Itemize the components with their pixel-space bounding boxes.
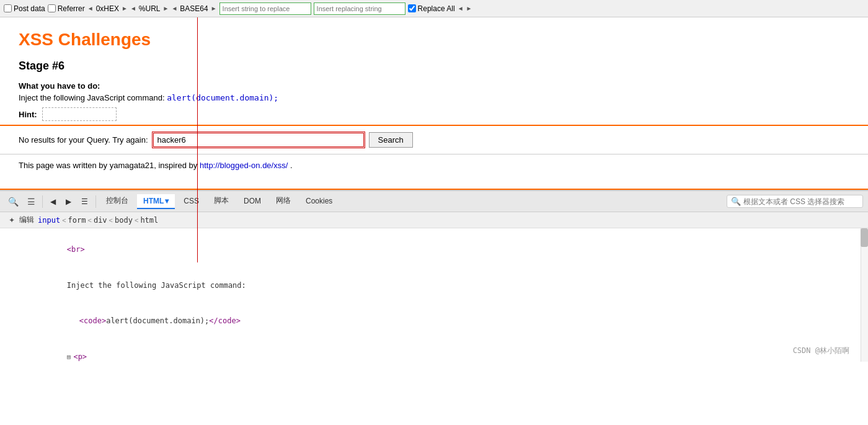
source-line-p: ⊞<p>: [6, 339, 862, 362]
arrow-right-url: ►: [162, 5, 169, 12]
attribution-period: .: [290, 161, 293, 170]
sep-4: <: [135, 217, 138, 224]
devtools-search-input[interactable]: [743, 197, 855, 206]
csdn-watermark: CSDN @林小陌啊: [793, 345, 849, 357]
source-line-br: <br>: [6, 232, 862, 268]
breadcrumb-form[interactable]: form: [68, 216, 86, 225]
referrer-checkbox[interactable]: [48, 4, 56, 12]
tab-css[interactable]: CSS: [177, 194, 205, 209]
pick-icon-btn[interactable]: ☰: [24, 195, 38, 208]
attribution: This page was written by yamagata21, ins…: [19, 154, 849, 176]
tab-dom[interactable]: DOM: [237, 194, 267, 209]
breadcrumb-edit-label: 编辑: [19, 215, 34, 225]
arrow-replace: ◄: [458, 5, 464, 12]
url-label: %URL: [139, 4, 161, 13]
tab-network[interactable]: 网络: [270, 193, 297, 210]
referrer-item[interactable]: Referrer: [48, 4, 85, 13]
hint-label: Hint:: [19, 110, 37, 119]
expand-p-btn[interactable]: ⊞: [67, 353, 71, 361]
breadcrumb-div[interactable]: div: [94, 216, 107, 225]
attribution-text: This page was written by yamagata21, ins…: [19, 161, 200, 170]
inspect-icon-btn[interactable]: 🔍: [5, 195, 22, 208]
search-input-wrapper: [153, 133, 364, 147]
breadcrumb-body[interactable]: body: [115, 216, 133, 225]
source-line-inject-text: Inject the following JavaScript command:: [6, 268, 862, 304]
post-data-item[interactable]: Post data: [4, 4, 45, 13]
sep-1: <: [62, 217, 66, 224]
hint-line: Hint:: [19, 107, 849, 121]
post-data-label: Post data: [14, 4, 45, 13]
base64-label: BASE64: [180, 4, 208, 13]
search-section: No results for your Query. Try again: Se…: [19, 126, 849, 154]
referrer-label: Referrer: [58, 4, 85, 13]
tab-html[interactable]: HTML ▾: [137, 194, 175, 209]
inject-text: Inject the following JavaScript command:: [19, 93, 165, 102]
page-title: XSS Challenges: [19, 30, 849, 50]
separator-2: [95, 195, 96, 208]
nav-forward-btn[interactable]: ▶: [62, 196, 75, 207]
stage-title: Stage #6: [19, 60, 849, 73]
arrow-left-b64: ◄: [171, 5, 177, 12]
main-content: XSS Challenges Stage #6 What you have to…: [0, 17, 868, 190]
search-icon: 🔍: [731, 197, 741, 206]
arrow-replace2: ►: [466, 5, 472, 12]
no-results-text: No results for your Query. Try again:: [19, 135, 148, 145]
insert-replacing-input[interactable]: [314, 2, 405, 15]
tab-html-arrow: ▾: [165, 197, 169, 205]
sep-2: <: [87, 217, 91, 224]
tab-console[interactable]: 控制台: [100, 193, 135, 210]
breadcrumb-html[interactable]: html: [140, 216, 158, 225]
arrow-right-hex: ►: [122, 5, 128, 12]
separator-1: [42, 195, 43, 208]
arrow-left-hex: ◄: [87, 5, 94, 12]
post-data-checkbox[interactable]: [4, 4, 12, 12]
tab-cookies[interactable]: Cookies: [299, 194, 339, 209]
devtools-panel: 🔍 ☰ ◀ ▶ ☰ 控制台 HTML ▾ CSS 脚本 DOM 网络 Cooki…: [0, 190, 868, 362]
hex-label: 0xHEX: [96, 4, 119, 13]
source-line-code: <code>alert(document.domain);</code>: [6, 303, 862, 339]
what-label: What you have to do:: [19, 81, 849, 91]
insert-string-input[interactable]: [219, 2, 311, 15]
search-button[interactable]: Search: [369, 132, 413, 148]
replace-all-item[interactable]: Replace All: [408, 4, 455, 13]
attribution-link[interactable]: http://blogged-on.de/xss/: [200, 161, 288, 170]
hint-box: [42, 107, 117, 121]
search-input[interactable]: [153, 133, 364, 147]
nav-back-btn[interactable]: ◀: [46, 196, 60, 207]
breadcrumb-icon-btn[interactable]: ✦: [6, 216, 17, 225]
scrollbar-track[interactable]: [861, 228, 868, 362]
devtools-search-box[interactable]: 🔍: [727, 195, 863, 208]
html-source: <br> Inject the following JavaScript com…: [0, 228, 868, 362]
nav-list-btn[interactable]: ☰: [78, 196, 92, 207]
replace-all-checkbox[interactable]: [408, 4, 416, 12]
devtools-toolbar: 🔍 ☰ ◀ ▶ ☰ 控制台 HTML ▾ CSS 脚本 DOM 网络 Cooki…: [0, 191, 868, 212]
arrow-right-b64: ►: [211, 5, 217, 12]
devtools-breadcrumb: ✦ 编辑 input < form < div < body < html: [0, 212, 868, 228]
tab-script[interactable]: 脚本: [208, 193, 235, 210]
inject-line: Inject the following JavaScript command:…: [19, 93, 849, 102]
scrollbar-thumb[interactable]: [861, 228, 868, 247]
top-toolbar: Post data Referrer ◄ 0xHEX ► ◄ %URL ► ◄ …: [0, 0, 868, 17]
inject-code: alert(document.domain);: [167, 93, 278, 102]
arrow-left-url: ◄: [130, 5, 136, 12]
sep-3: <: [109, 217, 113, 224]
replace-all-label: Replace All: [418, 4, 455, 13]
breadcrumb-input[interactable]: input: [38, 216, 60, 225]
